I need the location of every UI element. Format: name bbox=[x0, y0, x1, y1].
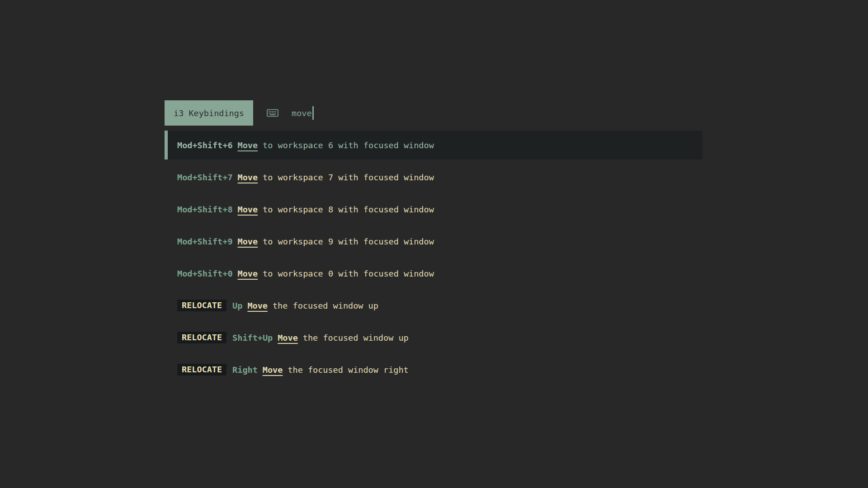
keybind-label: Mod+Shift+6 bbox=[177, 141, 233, 150]
keybind-label: Up bbox=[232, 301, 242, 310]
list-item[interactable]: RELOCATEShift+UpMovethe focused window u… bbox=[165, 323, 703, 352]
description-text: to workspace 0 with focused window bbox=[263, 269, 434, 278]
description-text: the focused window right bbox=[288, 365, 408, 375]
keybind-label: Right bbox=[232, 365, 258, 375]
description-text: the focused window up bbox=[303, 333, 409, 343]
keybind-label: Mod+Shift+0 bbox=[177, 269, 233, 278]
description-text: to workspace 8 with focused window bbox=[263, 205, 434, 214]
relocate-badge: RELOCATE bbox=[177, 364, 226, 375]
list-item[interactable]: Mod+Shift+9Moveto workspace 9 with focus… bbox=[165, 227, 703, 256]
match-text: Move bbox=[238, 205, 258, 214]
list-item[interactable]: RELOCATERightMovethe focused window righ… bbox=[165, 355, 703, 384]
description-text: to workspace 7 with focused window bbox=[263, 173, 434, 182]
text-cursor bbox=[312, 106, 314, 120]
relocate-badge: RELOCATE bbox=[177, 332, 226, 343]
search-query-text: move bbox=[292, 108, 312, 118]
match-text: Move bbox=[278, 333, 298, 343]
keybind-label: Mod+Shift+8 bbox=[177, 205, 233, 214]
description-text: to workspace 9 with focused window bbox=[263, 237, 434, 246]
match-text: Move bbox=[263, 365, 283, 375]
list-item[interactable]: Mod+Shift+6Moveto workspace 6 with focus… bbox=[165, 131, 703, 160]
list-item[interactable]: Mod+Shift+8Moveto workspace 8 with focus… bbox=[165, 195, 703, 224]
keybind-label: Mod+Shift+7 bbox=[177, 173, 233, 182]
results-list: Mod+Shift+6Moveto workspace 6 with focus… bbox=[165, 131, 703, 384]
keyboard-icon bbox=[267, 108, 278, 117]
list-item[interactable]: Mod+Shift+7Moveto workspace 7 with focus… bbox=[165, 163, 703, 192]
match-text: Move bbox=[238, 141, 258, 150]
rofi-window: i3 Keybindings move bbox=[165, 100, 703, 387]
search-input[interactable]: move bbox=[292, 100, 314, 126]
keybind-label: Shift+Up bbox=[232, 333, 273, 343]
relocate-badge: RELOCATE bbox=[177, 300, 226, 311]
description-text: to workspace 6 with focused window bbox=[263, 141, 434, 150]
match-text: Move bbox=[238, 269, 258, 278]
description-text: the focused window up bbox=[273, 301, 378, 310]
match-text: Move bbox=[247, 301, 268, 310]
list-item[interactable]: Mod+Shift+0Moveto workspace 0 with focus… bbox=[165, 259, 703, 288]
desktop-background: i3 Keybindings move bbox=[0, 0, 868, 488]
list-item[interactable]: RELOCATEUpMovethe focused window up bbox=[165, 291, 703, 320]
keybind-label: Mod+Shift+9 bbox=[177, 237, 233, 246]
prompt-label: i3 Keybindings bbox=[165, 100, 253, 126]
input-bar: i3 Keybindings move bbox=[165, 100, 703, 126]
match-text: Move bbox=[238, 237, 258, 246]
match-text: Move bbox=[238, 173, 258, 182]
